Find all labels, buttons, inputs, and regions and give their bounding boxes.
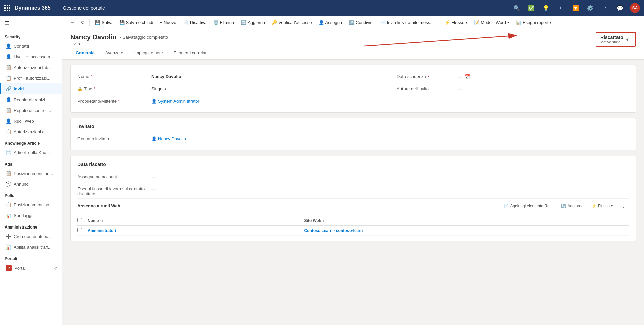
sidebar-item-annunci[interactable]: 💬 Annunci — [0, 179, 62, 189]
user-avatar[interactable]: SA — [630, 3, 640, 13]
modelli-word-button[interactable]: 📝 Modelli Word ▾ — [471, 18, 512, 27]
calendar-icon[interactable]: 📅 — [464, 74, 470, 79]
save-close-button[interactable]: 💾 Salva e chiudi — [117, 18, 156, 27]
chat-icon[interactable]: 💬 — [615, 3, 625, 13]
portali-badge: P — [6, 265, 12, 271]
table-icon: 📋 — [6, 171, 11, 176]
table-select-all[interactable] — [77, 218, 88, 223]
person-icon: 👤 — [6, 97, 11, 102]
sidebar-item-label: Regole di tranizi... — [14, 97, 49, 102]
save-button[interactable]: 💾 Salva — [92, 18, 115, 27]
disattiva-button[interactable]: 📄 Disattiva — [180, 18, 209, 27]
row-nome[interactable]: Amministratori — [88, 228, 304, 233]
sidebar-item-sondaggi[interactable]: 📊 Sondaggi — [0, 210, 62, 221]
col-nome-header[interactable]: Nome ↑↓ — [88, 218, 304, 223]
contatto-invitato-value[interactable]: 👤 Nancy Davolio — [151, 135, 629, 143]
sidebar-item-autorizzazioni-tab[interactable]: 📋 Autorizzazioni tab... — [0, 62, 62, 73]
sidebar-item-livelli[interactable]: 👤 Livelli di accesso a... — [0, 51, 62, 62]
sub-more-button[interactable]: ⋮ — [618, 201, 629, 210]
condividi-button[interactable]: ↗️ Condividi — [346, 18, 376, 27]
data-riscatto-section: Data riscatto Assegna ad account --- Ese… — [70, 156, 636, 241]
table-row: Amministratori Contoso Learn - contoso-l… — [77, 226, 629, 236]
esegui-flusso-label: Esegui flusso di lavoro sul contatto ris… — [77, 185, 151, 196]
row-sito[interactable]: Contoso Learn - contoso-learn — [304, 228, 629, 233]
chat-icon: 💬 — [6, 181, 11, 187]
person-icon: 👤 — [6, 43, 11, 49]
svg-rect-7 — [7, 10, 8, 11]
sub-aggiorna-button[interactable]: 🔄 Aggiorna — [558, 202, 586, 210]
cmd-separator-2 — [439, 19, 439, 26]
person-icon: 👤 — [6, 118, 11, 124]
proprietario-value[interactable]: 👤 System Administrator — [151, 97, 629, 105]
form-area: Nome * Nancy Davolio Data scadenza • ---… — [62, 60, 644, 325]
knowledge-section-title: Knowledge Article — [0, 137, 62, 147]
security-section-title: Security — [0, 30, 62, 41]
row-checkbox-area[interactable] — [77, 228, 88, 233]
esegui-report-button[interactable]: 📊 Esegui report ▾ — [513, 18, 554, 27]
sidebar-item-label: Posizionamenti so... — [14, 202, 53, 207]
sidebar-item-autorizzazioni-di[interactable]: 📋 Autorizzazioni di ... — [0, 126, 62, 137]
lightbulb-icon[interactable]: 💡 — [541, 3, 551, 13]
sidebar-item-label: Contatti — [14, 44, 29, 49]
save-close-icon: 💾 — [119, 20, 125, 25]
page-header-area: Nancy Davolio - Salvataggio completato I… — [62, 29, 644, 60]
sidebar-item-posizionamenti-an[interactable]: 📋 Posizionamenti an... — [0, 168, 62, 179]
elimina-button[interactable]: 🗑️ Elimina — [211, 18, 237, 27]
sidebar-item-regole-control[interactable]: 📋 Regole di controll... — [0, 105, 62, 116]
refresh-button[interactable]: ↻ — [78, 18, 87, 26]
flusso-chevron: ▾ — [466, 21, 467, 24]
sidebar-item-contatti[interactable]: 👤 Contatti — [0, 41, 62, 51]
sidebar-item-portali[interactable]: P Portali ◇ — [0, 262, 62, 274]
check-circle-icon[interactable]: ✅ — [527, 3, 536, 13]
add-elemento-button[interactable]: 📄 Aggiungi elemento Ru... — [501, 202, 556, 210]
brand-separator: | — [57, 5, 59, 12]
status-badge[interactable]: Riscattato Motivo stato ▾ — [596, 32, 636, 47]
sidebar-item-label: Portali — [14, 266, 27, 271]
sidebar-item-label: Sondaggi — [14, 213, 32, 218]
tab-impegni-note[interactable]: Impegni e note — [129, 47, 168, 59]
sidebar-hamburger[interactable]: ☰ — [0, 16, 62, 30]
new-button[interactable]: + Nuovo — [157, 18, 179, 27]
sidebar-item-posizionamenti-so[interactable]: 📋 Posizionamenti so... — [0, 199, 62, 210]
aggiorna-button[interactable]: 🔄 Aggiorna — [238, 18, 268, 27]
assegna-button[interactable]: 👤 Assegna — [316, 18, 345, 27]
col-sito-header[interactable]: Sito Web ↓ — [304, 218, 629, 223]
sidebar-item-regole-transi[interactable]: 👤 Regole di tranizi... — [0, 94, 62, 105]
help-icon[interactable]: ? — [600, 3, 610, 13]
flusso-button[interactable]: ⚡ Flusso ▾ — [442, 18, 470, 27]
settings-icon[interactable]: ⚙️ — [586, 3, 595, 13]
sub-flusso-button[interactable]: ⚡ Flusso ▾ — [589, 202, 615, 210]
status-badge-content: Riscattato Motivo stato — [600, 35, 623, 44]
sidebar-item-articoli[interactable]: 📄 Articoli della Kno... — [0, 147, 62, 158]
select-all-checkbox[interactable] — [77, 218, 82, 222]
back-button[interactable]: ← — [68, 18, 77, 27]
invia-link-button[interactable]: ✉️ Invia link tramite mess... — [378, 18, 436, 27]
report-chevron: ▾ — [550, 21, 551, 24]
contatto-invitato-row: Contatto invitato 👤 Nancy Davolio — [77, 133, 629, 145]
sort-icon: ↑↓ — [100, 219, 103, 223]
svg-rect-2 — [9, 5, 10, 6]
row-checkbox[interactable] — [77, 228, 82, 232]
plus-icon[interactable]: + — [556, 3, 566, 13]
sidebar-item-label: Annunci — [14, 182, 30, 187]
sidebar-item-profili[interactable]: 📋 Profili autorizzazi... — [0, 73, 62, 83]
app-grid-button[interactable] — [4, 5, 11, 11]
tab-avanzate[interactable]: Avanzate — [100, 47, 129, 59]
sidebar-item-crea-contenuti[interactable]: ➕ Crea contenuti po... — [0, 231, 62, 242]
status-text: Riscattato — [600, 35, 623, 40]
sidebar-item-abilita-analisi[interactable]: 📊 Abilita analisi traff... — [0, 242, 62, 252]
search-icon[interactable]: 🔍 — [512, 3, 521, 13]
assegna-icon: 👤 — [319, 20, 324, 25]
tab-generale[interactable]: Generale — [70, 47, 100, 59]
status-chevron[interactable]: ▾ — [626, 36, 629, 43]
sidebar-item-inviti[interactable]: 🔗 Inviti — [0, 83, 62, 94]
sidebar-item-ruoli-web[interactable]: 👤 Ruoli Web — [0, 116, 62, 126]
table-icon: 📋 — [6, 129, 11, 134]
tab-elementi-correlati[interactable]: Elementi correlati — [168, 47, 213, 59]
modelli-icon: 📝 — [474, 20, 479, 25]
filter-icon[interactable]: 🔽 — [571, 3, 580, 13]
elimina-icon: 🗑️ — [213, 20, 219, 25]
verifica-accesso-button[interactable]: 🔑 Verifica l'accesso — [269, 18, 314, 27]
sidebar-item-label: Crea contenuti po... — [14, 234, 52, 239]
nome-value: Nancy Davolio — [151, 73, 383, 80]
